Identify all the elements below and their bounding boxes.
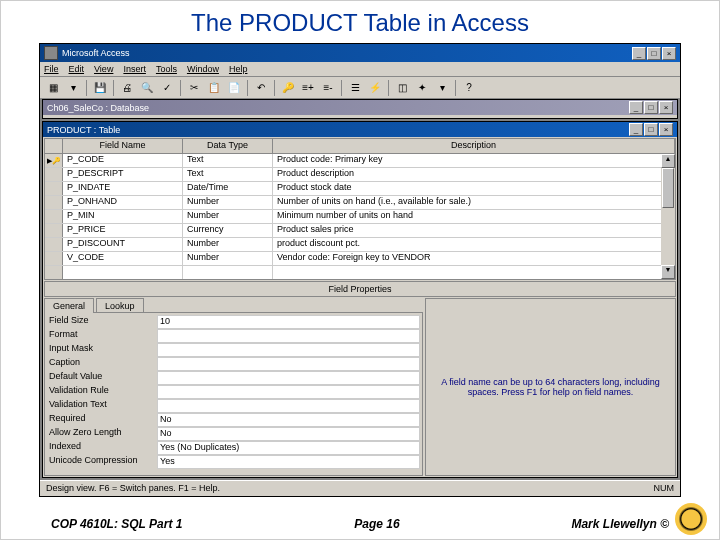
preview-button[interactable]: 🔍 xyxy=(138,79,156,97)
property-value[interactable] xyxy=(157,329,420,343)
data-type-cell[interactable]: Date/Time xyxy=(183,182,273,195)
field-name-cell[interactable]: P_ONHAND xyxy=(63,196,183,209)
description-cell[interactable]: Vendor code: Foreign key to VENDOR xyxy=(273,252,675,265)
description-cell[interactable]: Number of units on hand (i.e., available… xyxy=(273,196,675,209)
col-header-fieldname[interactable]: Field Name xyxy=(63,139,183,153)
save-button[interactable]: 💾 xyxy=(91,79,109,97)
field-name-cell[interactable]: P_DISCOUNT xyxy=(63,238,183,251)
description-cell[interactable]: product discount pct. xyxy=(273,238,675,251)
view-button[interactable]: ▦ xyxy=(44,79,62,97)
table-row[interactable]: P_PRICECurrencyProduct sales price xyxy=(45,224,675,238)
col-header-datatype[interactable]: Data Type xyxy=(183,139,273,153)
menu-view[interactable]: View xyxy=(94,64,113,74)
row-selector[interactable] xyxy=(45,168,63,181)
scroll-thumb[interactable] xyxy=(662,168,674,208)
row-selector[interactable] xyxy=(45,238,63,251)
db-close-button[interactable]: × xyxy=(659,101,673,114)
table-row[interactable] xyxy=(45,266,675,280)
description-cell[interactable]: Product code: Primary key xyxy=(273,154,675,167)
scroll-down-icon[interactable]: ▼ xyxy=(661,265,675,279)
property-value[interactable] xyxy=(157,357,420,371)
field-name-cell[interactable]: P_MIN xyxy=(63,210,183,223)
data-type-cell[interactable]: Number xyxy=(183,252,273,265)
db-window-button[interactable]: ◫ xyxy=(393,79,411,97)
tab-general[interactable]: General xyxy=(44,298,94,313)
db-minimize-button[interactable]: _ xyxy=(629,101,643,114)
row-selector[interactable] xyxy=(45,196,63,209)
description-cell[interactable]: Product stock date xyxy=(273,182,675,195)
table-row[interactable]: P_ONHANDNumberNumber of units on hand (i… xyxy=(45,196,675,210)
copy-button[interactable]: 📋 xyxy=(205,79,223,97)
description-cell[interactable]: Product description xyxy=(273,168,675,181)
tab-lookup[interactable]: Lookup xyxy=(96,298,144,313)
dropdown2-icon[interactable]: ▾ xyxy=(433,79,451,97)
print-button[interactable]: 🖨 xyxy=(118,79,136,97)
table-row[interactable]: P_INDATEDate/TimeProduct stock date xyxy=(45,182,675,196)
key-button[interactable]: 🔑 xyxy=(279,79,297,97)
field-name-cell[interactable]: P_PRICE xyxy=(63,224,183,237)
description-cell[interactable]: Product sales price xyxy=(273,224,675,237)
data-type-cell[interactable]: Text xyxy=(183,168,273,181)
col-header-description[interactable]: Description xyxy=(273,139,675,153)
td-close-button[interactable]: × xyxy=(659,123,673,136)
row-selector[interactable] xyxy=(45,224,63,237)
data-type-cell[interactable]: Text xyxy=(183,154,273,167)
menu-help[interactable]: Help xyxy=(229,64,248,74)
menu-window[interactable]: Window xyxy=(187,64,219,74)
description-cell[interactable]: Minimum number of units on hand xyxy=(273,210,675,223)
table-row[interactable]: P_DISCOUNTNumberproduct discount pct. xyxy=(45,238,675,252)
property-value[interactable]: No xyxy=(157,427,420,441)
paste-button[interactable]: 📄 xyxy=(225,79,243,97)
field-name-cell[interactable]: P_INDATE xyxy=(63,182,183,195)
minimize-button[interactable]: _ xyxy=(632,47,646,60)
delete-rows-button[interactable]: ≡- xyxy=(319,79,337,97)
property-value[interactable] xyxy=(157,371,420,385)
data-type-cell[interactable] xyxy=(183,266,273,279)
spell-button[interactable]: ✓ xyxy=(158,79,176,97)
td-maximize-button[interactable]: □ xyxy=(644,123,658,136)
menu-tools[interactable]: Tools xyxy=(156,64,177,74)
scroll-up-icon[interactable]: ▲ xyxy=(661,154,675,168)
row-selector[interactable] xyxy=(45,182,63,195)
database-window[interactable]: Ch06_SaleCo : Database _ □ × xyxy=(42,99,678,119)
maximize-button[interactable]: □ xyxy=(647,47,661,60)
table-row[interactable]: V_CODENumberVendor code: Foreign key to … xyxy=(45,252,675,266)
data-type-cell[interactable]: Currency xyxy=(183,224,273,237)
menu-insert[interactable]: Insert xyxy=(123,64,146,74)
db-maximize-button[interactable]: □ xyxy=(644,101,658,114)
help-button[interactable]: ? xyxy=(460,79,478,97)
cut-button[interactable]: ✂ xyxy=(185,79,203,97)
field-name-cell[interactable]: P_DESCRIPT xyxy=(63,168,183,181)
description-cell[interactable] xyxy=(273,266,675,279)
field-name-cell[interactable]: V_CODE xyxy=(63,252,183,265)
row-selector[interactable] xyxy=(45,252,63,265)
property-value[interactable]: No xyxy=(157,413,420,427)
table-row[interactable]: P_MINNumberMinimum number of units on ha… xyxy=(45,210,675,224)
table-row[interactable]: P_DESCRIPTTextProduct description xyxy=(45,168,675,182)
properties-button[interactable]: ☰ xyxy=(346,79,364,97)
field-name-cell[interactable]: P_CODE xyxy=(63,154,183,167)
td-minimize-button[interactable]: _ xyxy=(629,123,643,136)
data-type-cell[interactable]: Number xyxy=(183,238,273,251)
row-selector[interactable] xyxy=(45,266,63,279)
data-type-cell[interactable]: Number xyxy=(183,196,273,209)
field-name-cell[interactable] xyxy=(63,266,183,279)
menu-file[interactable]: File xyxy=(44,64,59,74)
close-button[interactable]: × xyxy=(662,47,676,60)
property-value[interactable] xyxy=(157,343,420,357)
row-selector[interactable] xyxy=(45,210,63,223)
indexes-button[interactable]: ⚡ xyxy=(366,79,384,97)
data-type-cell[interactable]: Number xyxy=(183,210,273,223)
new-object-button[interactable]: ✦ xyxy=(413,79,431,97)
property-value[interactable] xyxy=(157,399,420,413)
undo-button[interactable]: ↶ xyxy=(252,79,270,97)
property-value[interactable] xyxy=(157,385,420,399)
menu-edit[interactable]: Edit xyxy=(69,64,85,74)
row-selector[interactable]: ▶🔑 xyxy=(45,154,63,167)
property-value[interactable]: Yes (No Duplicates) xyxy=(157,441,420,455)
property-value[interactable]: 10 xyxy=(157,315,420,329)
table-row[interactable]: ▶🔑P_CODETextProduct code: Primary key xyxy=(45,154,675,168)
property-value[interactable]: Yes xyxy=(157,455,420,469)
insert-rows-button[interactable]: ≡+ xyxy=(299,79,317,97)
vertical-scrollbar[interactable]: ▲ ▼ xyxy=(661,154,675,279)
